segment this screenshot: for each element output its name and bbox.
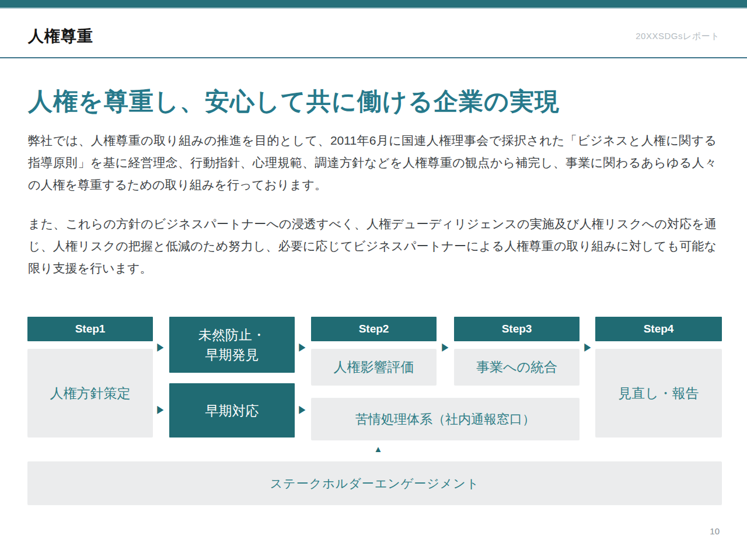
prevention-detection-box: 未然防止・ 早期発見 (169, 317, 295, 373)
stakeholder-engagement-box: ステークホルダーエンゲージメント (27, 461, 722, 505)
arrow-right-icon: ▶ (294, 405, 310, 415)
step2-content-box: 人権影響評価 (311, 349, 437, 386)
early-response-box: 早期対応 (169, 383, 295, 438)
arrow-right-icon: ▶ (580, 343, 596, 353)
slide: 人権尊重 20XXSDGsレポート 人権を尊重し、安心して共に働ける企業の実現 … (0, 0, 747, 560)
page-number: 10 (710, 526, 720, 536)
step1-content-box: 人権方針策定 (27, 349, 153, 438)
step4-header: Step4 (595, 317, 722, 341)
step3-header: Step3 (454, 317, 580, 341)
step2-header: Step2 (311, 317, 437, 341)
step4-content-box: 見直し・報告 (595, 349, 722, 438)
process-diagram: Step1 人権方針策定 ▶ ▶ 未然防止・ 早期発見 早期対応 ▶ ▶ Ste… (0, 0, 747, 560)
arrow-right-icon: ▶ (437, 343, 453, 353)
arrow-right-icon: ▶ (294, 343, 310, 353)
arrow-right-icon: ▶ (152, 405, 169, 415)
arrow-up-icon: ▲ (350, 444, 406, 453)
step3-content-box: 事業への統合 (454, 349, 580, 386)
grievance-system-box: 苦情処理体系（社内通報窓口） (311, 398, 580, 440)
step1-header: Step1 (27, 317, 153, 341)
arrow-right-icon: ▶ (152, 343, 169, 353)
